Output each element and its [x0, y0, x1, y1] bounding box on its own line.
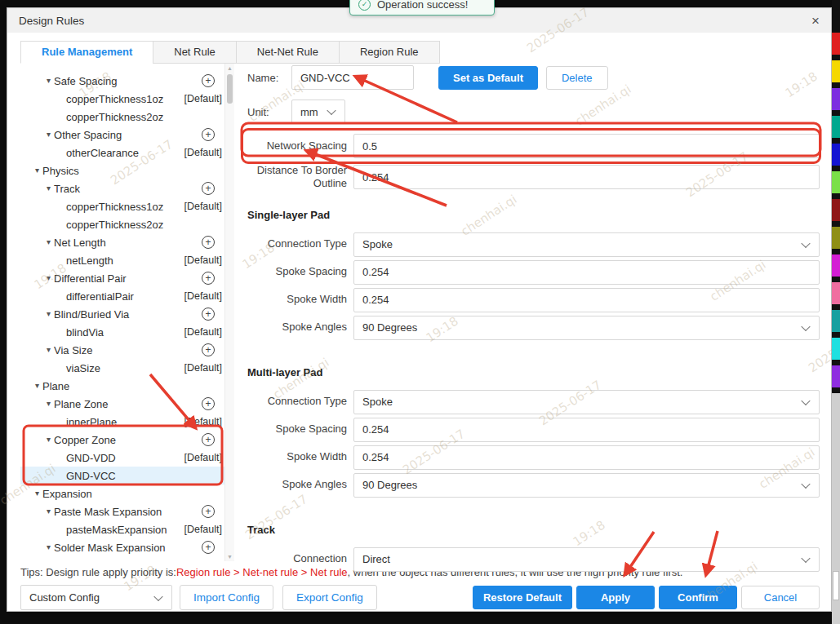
- tree-item-other-spacing[interactable]: Other Spacing: [20, 126, 224, 144]
- tab-rule-management[interactable]: Rule Management: [20, 41, 153, 64]
- connection-type-label: Connection Type: [247, 237, 347, 250]
- cancel-button[interactable]: Cancel: [741, 586, 820, 609]
- confirm-button[interactable]: Confirm: [659, 586, 737, 609]
- connection-type-select[interactable]: Spoke: [353, 232, 820, 257]
- scroll-down-icon[interactable]: ▼: [225, 554, 234, 560]
- expand-caret-icon[interactable]: [47, 507, 51, 516]
- apply-button[interactable]: Apply: [576, 586, 655, 609]
- tab-net-rule[interactable]: Net Rule: [153, 41, 237, 64]
- connection-type-select[interactable]: Spoke: [353, 390, 820, 414]
- add-icon[interactable]: [202, 182, 215, 195]
- spoke-angles-select[interactable]: 90 Degrees: [353, 316, 820, 340]
- tree-item-expansion[interactable]: Expansion: [20, 485, 224, 502]
- add-icon[interactable]: [202, 505, 215, 518]
- expand-caret-icon[interactable]: [47, 184, 51, 193]
- distance-to-border-label: Distance To Border Outline: [247, 164, 347, 191]
- tree-item-solder-mask-expansion[interactable]: Solder Mask Expansion: [20, 538, 224, 556]
- distance-to-border-input[interactable]: [353, 165, 820, 189]
- add-icon[interactable]: [202, 272, 215, 285]
- spoke-angles-select[interactable]: 90 Degrees: [353, 473, 820, 498]
- tree-item-track[interactable]: Track: [20, 179, 224, 197]
- close-icon[interactable]: ×: [811, 14, 820, 28]
- unit-select[interactable]: mm: [291, 100, 345, 124]
- tree-item-plane[interactable]: Plane: [20, 377, 224, 395]
- expand-caret-icon[interactable]: [47, 400, 51, 408]
- spoke-width-input[interactable]: [353, 288, 820, 312]
- spoke-width-label: Spoke Width: [247, 450, 347, 463]
- expand-caret-icon[interactable]: [47, 274, 51, 282]
- add-icon[interactable]: [202, 397, 215, 410]
- tree-item-net-length[interactable]: Net Length: [20, 233, 224, 251]
- select-value: mm: [300, 106, 318, 118]
- tree-item-label: Copper Zone: [54, 434, 116, 446]
- tree-item-gnd-vdd[interactable]: GND-VDD[Default]: [20, 449, 224, 467]
- add-icon[interactable]: [202, 128, 215, 141]
- expand-caret-icon[interactable]: [47, 436, 51, 444]
- add-icon[interactable]: [202, 541, 215, 554]
- delete-button[interactable]: Delete: [546, 66, 608, 90]
- expand-caret-icon[interactable]: [47, 346, 51, 354]
- expand-caret-icon[interactable]: [47, 131, 51, 139]
- tree-item-copperthickness1oz[interactable]: copperThickness1oz[Default]: [20, 197, 224, 215]
- connection-select[interactable]: Direct: [353, 547, 820, 572]
- tree-item-label: GND-VDD: [66, 452, 116, 464]
- tree-item-differentialpair[interactable]: differentialPair[Default]: [20, 287, 224, 305]
- layer-color-swatch: [832, 33, 840, 55]
- network-spacing-input[interactable]: [353, 134, 820, 158]
- tree-item-paste-mask-expansion[interactable]: Paste Mask Expansion: [20, 502, 224, 520]
- tree-scrollbar[interactable]: ▲ ▼: [224, 64, 234, 561]
- tree-item-copperthickness2oz[interactable]: copperThickness2oz: [20, 108, 224, 126]
- tab-region-rule[interactable]: Region Rule: [339, 41, 440, 64]
- expand-caret-icon[interactable]: [35, 489, 39, 498]
- tree-item-plane-zone[interactable]: Plane Zone: [20, 395, 224, 413]
- tree-item-otherclearance[interactable]: otherClearance[Default]: [20, 144, 224, 162]
- add-icon[interactable]: [202, 433, 215, 446]
- config-select[interactable]: Custom Config: [20, 585, 172, 610]
- add-icon[interactable]: [202, 236, 215, 249]
- tree-item-pastemaskexpansion[interactable]: pasteMaskExpansion[Default]: [20, 520, 224, 538]
- tree-item-blind-buried-via[interactable]: Blind/Buried Via: [20, 305, 224, 323]
- tree-item-safe-spacing[interactable]: Safe Spacing: [20, 72, 224, 90]
- tree-item-copperthickness2oz[interactable]: copperThickness2oz: [20, 215, 224, 233]
- scrollbar-thumb[interactable]: [227, 74, 233, 104]
- layer-color-swatch: [832, 144, 840, 166]
- name-input[interactable]: [291, 65, 414, 90]
- expand-caret-icon[interactable]: [35, 382, 39, 390]
- form-row: Spoke Angles90 Degrees: [247, 316, 820, 340]
- expand-caret-icon[interactable]: [47, 543, 51, 551]
- layer-color-swatch: [832, 338, 840, 360]
- tree-item-innerplane[interactable]: innerPlane[Default]: [20, 413, 224, 431]
- expand-caret-icon[interactable]: [47, 77, 51, 85]
- tree-item-copperthickness1oz[interactable]: copperThickness1oz[Default]: [20, 90, 224, 108]
- spoke-spacing-input[interactable]: [353, 418, 820, 442]
- layer-color-swatch: [832, 365, 840, 387]
- import-config-button[interactable]: Import Config: [180, 585, 273, 610]
- default-badge: [Default]: [184, 416, 223, 427]
- tree-item-netlength[interactable]: netLength[Default]: [20, 251, 224, 269]
- tree-item-copper-zone[interactable]: Copper Zone: [20, 431, 224, 449]
- layer-color-swatch: [832, 199, 840, 221]
- tree-item-blindvia[interactable]: blindVia[Default]: [20, 323, 224, 341]
- tree-item-gnd-vcc[interactable]: GND-VCC: [20, 467, 224, 485]
- chevron-down-icon: [801, 238, 810, 247]
- expand-caret-icon[interactable]: [35, 166, 39, 175]
- add-icon[interactable]: [202, 343, 215, 356]
- section-title-multi-layer-pad: Multi-layer Pad: [247, 366, 820, 378]
- tree-item-viasize[interactable]: viaSize[Default]: [20, 359, 224, 377]
- set-as-default-button[interactable]: Set as Default: [438, 66, 538, 90]
- tree-item-physics[interactable]: Physics: [20, 162, 224, 179]
- connection-type-label: Connection Type: [247, 395, 347, 408]
- expand-caret-icon[interactable]: [47, 238, 51, 246]
- scroll-up-icon[interactable]: ▲: [225, 65, 234, 71]
- restore-default-button[interactable]: Restore Default: [473, 586, 572, 609]
- spoke-width-input[interactable]: [353, 445, 820, 470]
- tree-item-differential-pair[interactable]: Differential Pair: [20, 269, 224, 287]
- add-icon[interactable]: [202, 74, 215, 87]
- tree-item-via-size[interactable]: Via Size: [20, 341, 224, 359]
- expand-caret-icon[interactable]: [47, 310, 51, 318]
- add-icon[interactable]: [202, 308, 215, 321]
- export-config-button[interactable]: Export Config: [282, 585, 377, 610]
- tab-net-net-rule[interactable]: Net-Net Rule: [236, 41, 340, 64]
- spoke-spacing-input[interactable]: [353, 260, 820, 285]
- form-row: Spoke Width: [247, 445, 820, 470]
